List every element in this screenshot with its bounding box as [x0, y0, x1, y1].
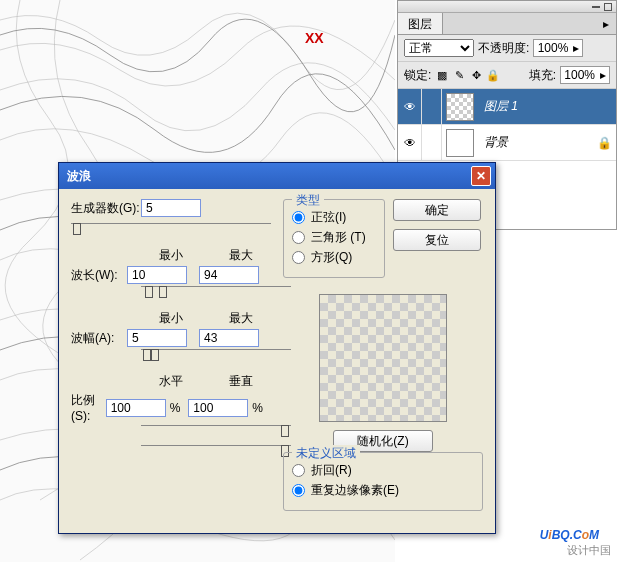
lock-transparency-icon[interactable]: ▩ — [435, 68, 449, 82]
type-sine-label: 正弦(I) — [311, 209, 346, 226]
type-legend: 类型 — [292, 192, 324, 209]
dialog-titlebar[interactable]: 波浪 ✕ — [59, 163, 495, 189]
opacity-arrow-icon[interactable]: ▸ — [570, 40, 582, 56]
scale-v-slider[interactable] — [141, 445, 291, 459]
layer-name[interactable]: 背景 — [478, 134, 592, 151]
slider-handle[interactable] — [281, 425, 289, 437]
layer-thumbnail[interactable] — [446, 129, 474, 157]
scale-label: 比例(S): — [71, 392, 106, 423]
type-triangle-label: 三角形 (T) — [311, 229, 366, 246]
link-col — [422, 125, 442, 160]
repeat-edge-row[interactable]: 重复边缘像素(E) — [292, 482, 474, 499]
xx-annotation: XX — [305, 30, 324, 46]
blend-mode-select[interactable]: 正常 — [404, 39, 474, 57]
watermark-secondary: 设计中国 — [567, 543, 611, 558]
fill-input[interactable] — [561, 68, 597, 82]
ok-button[interactable]: 确定 — [393, 199, 481, 221]
dialog-title: 波浪 — [67, 168, 471, 185]
opacity-label: 不透明度: — [478, 40, 529, 57]
type-square-label: 方形(Q) — [311, 249, 352, 266]
reset-button[interactable]: 复位 — [393, 229, 481, 251]
min-label: 最小 — [141, 247, 200, 264]
type-square-row[interactable]: 方形(Q) — [292, 249, 376, 266]
type-group: 类型 正弦(I) 三角形 (T) 方形(Q) — [283, 199, 385, 278]
repeat-edge-radio[interactable] — [292, 484, 305, 497]
scale-header: 水平 垂直 — [141, 373, 271, 390]
layer-item[interactable]: 👁 背景 🔒 — [398, 125, 616, 161]
blend-opacity-row: 正常 不透明度: ▸ — [398, 35, 616, 62]
wavelength-header: 最小 最大 — [141, 247, 271, 264]
lock-brush-icon[interactable]: ✎ — [452, 68, 466, 82]
wavelength-label: 波长(W): — [71, 267, 127, 284]
lock-all-icon[interactable]: 🔒 — [486, 68, 500, 82]
wrap-radio[interactable] — [292, 464, 305, 477]
wave-dialog: 波浪 ✕ 生成器数(G): 最小 最大 波长(W): — [58, 162, 496, 534]
close-icon[interactable]: ✕ — [471, 166, 491, 186]
slider-handle-max[interactable] — [151, 349, 159, 361]
preview-thumbnail — [319, 294, 447, 422]
lock-icon: 🔒 — [592, 136, 616, 150]
opacity-field[interactable]: ▸ — [533, 39, 583, 57]
generators-slider[interactable] — [71, 223, 271, 237]
undefined-area-group: 未定义区域 折回(R) 重复边缘像素(E) — [283, 452, 483, 511]
layer-name[interactable]: 图层 1 — [478, 98, 616, 115]
wavelength-slider[interactable] — [141, 286, 291, 300]
scale-h-slider[interactable] — [141, 425, 291, 439]
slider-handle-min[interactable] — [143, 349, 151, 361]
maximize-icon[interactable] — [604, 3, 612, 11]
percent-unit: % — [252, 401, 263, 415]
amplitude-header: 最小 最大 — [141, 310, 271, 327]
dialog-body: 生成器数(G): 最小 最大 波长(W): 最小 — [59, 189, 495, 533]
scale-vert-input[interactable] — [188, 399, 248, 417]
horiz-label: 水平 — [141, 373, 200, 390]
dialog-left-column: 生成器数(G): 最小 最大 波长(W): 最小 — [71, 199, 271, 469]
type-sine-radio[interactable] — [292, 211, 305, 224]
min-label: 最小 — [141, 310, 200, 327]
visibility-eye-icon[interactable]: 👁 — [398, 89, 422, 124]
scale-horiz-input[interactable] — [106, 399, 166, 417]
type-sine-row[interactable]: 正弦(I) — [292, 209, 376, 226]
wrap-row[interactable]: 折回(R) — [292, 462, 474, 479]
wavelength-row: 波长(W): — [71, 266, 271, 284]
opacity-input[interactable] — [534, 41, 570, 55]
amplitude-row: 波幅(A): — [71, 329, 271, 347]
visibility-eye-icon[interactable]: 👁 — [398, 125, 422, 160]
generators-row: 生成器数(G): — [71, 199, 271, 217]
panel-window-controls — [398, 1, 616, 13]
wavelength-max-input[interactable] — [199, 266, 259, 284]
undefined-legend: 未定义区域 — [292, 445, 360, 462]
amplitude-label: 波幅(A): — [71, 330, 127, 347]
lock-fill-row: 锁定: ▩ ✎ ✥ 🔒 填充: ▸ — [398, 62, 616, 89]
minimize-icon[interactable] — [592, 6, 600, 8]
watermark: UiBQ.CoM — [540, 523, 599, 544]
slider-handle-max[interactable] — [159, 286, 167, 298]
wrap-label: 折回(R) — [311, 462, 352, 479]
scale-row: 比例(S): % % — [71, 392, 271, 423]
lock-label: 锁定: — [404, 67, 431, 84]
amplitude-max-input[interactable] — [199, 329, 259, 347]
dialog-right-column: 类型 正弦(I) 三角形 (T) 方形(Q) 确定 — [283, 199, 483, 519]
type-triangle-radio[interactable] — [292, 231, 305, 244]
tab-layers[interactable]: 图层 — [398, 13, 443, 34]
slider-handle[interactable] — [73, 223, 81, 235]
type-triangle-row[interactable]: 三角形 (T) — [292, 229, 376, 246]
wavelength-min-input[interactable] — [127, 266, 187, 284]
lock-move-icon[interactable]: ✥ — [469, 68, 483, 82]
layer-item[interactable]: 👁 图层 1 — [398, 89, 616, 125]
generators-label: 生成器数(G): — [71, 200, 141, 217]
panel-menu-icon[interactable]: ▸ — [596, 13, 616, 34]
slider-handle-min[interactable] — [145, 286, 153, 298]
max-label: 最大 — [212, 310, 271, 327]
lock-buttons: ▩ ✎ ✥ 🔒 — [435, 68, 500, 82]
amplitude-slider[interactable] — [141, 349, 291, 363]
vert-label: 垂直 — [212, 373, 271, 390]
fill-label: 填充: — [529, 67, 556, 84]
fill-field[interactable]: ▸ — [560, 66, 610, 84]
generators-input[interactable] — [141, 199, 201, 217]
fill-arrow-icon[interactable]: ▸ — [597, 67, 609, 83]
layer-thumbnail[interactable] — [446, 93, 474, 121]
repeat-edge-label: 重复边缘像素(E) — [311, 482, 399, 499]
type-square-radio[interactable] — [292, 251, 305, 264]
amplitude-min-input[interactable] — [127, 329, 187, 347]
percent-unit: % — [170, 401, 181, 415]
